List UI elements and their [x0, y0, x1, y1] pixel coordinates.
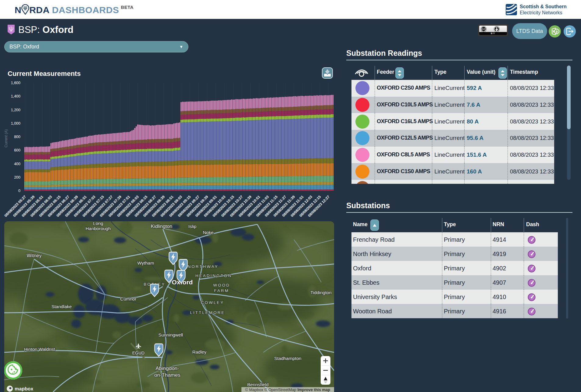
svg-text:Stadhampton: Stadhampton	[274, 356, 301, 361]
svg-text:Noke: Noke	[203, 230, 213, 235]
svg-text:Islip: Islip	[188, 224, 197, 229]
svg-text:1,200: 1,200	[11, 108, 20, 112]
svg-text:WOOD: WOOD	[213, 283, 230, 287]
svg-text:on-Thames: on-Thames	[154, 372, 180, 378]
svg-text:Long: Long	[93, 221, 103, 226]
svg-text:Hinton Waldrist: Hinton Waldrist	[24, 347, 55, 352]
svg-text:mapbox: mapbox	[15, 386, 33, 391]
svg-text:NORTHWAY: NORTHWAY	[188, 264, 219, 269]
svg-text:LITTLEMORE: LITTLEMORE	[190, 310, 225, 315]
svg-text:Wytham: Wytham	[137, 260, 154, 265]
svg-text:Standlake: Standlake	[52, 304, 72, 309]
svg-text:Kidlington: Kidlington	[151, 224, 172, 229]
svg-text:400: 400	[14, 162, 20, 166]
svg-text:© Mapbox © OpenStreetMap Impro: © Mapbox © OpenStreetMap Improve this ma…	[245, 387, 330, 392]
svg-text:1,000: 1,000	[11, 121, 20, 126]
svg-text:Tiddington: Tiddington	[310, 290, 332, 295]
svg-text:Current (A): Current (A)	[4, 129, 8, 147]
svg-text:Berinsfield: Berinsfield	[247, 382, 269, 387]
svg-text:CC: CC	[482, 28, 485, 31]
svg-text:200: 200	[14, 175, 20, 180]
svg-text:Sunningwell: Sunningwell	[159, 332, 183, 337]
svg-text:Hanborough: Hanborough	[86, 226, 111, 231]
svg-text:Radley: Radley	[192, 349, 207, 355]
svg-text:1,400: 1,400	[11, 94, 20, 98]
svg-text:FARM: FARM	[214, 288, 229, 293]
svg-text:EGUD: EGUD	[132, 351, 144, 355]
svg-text:COWLEY: COWLEY	[201, 300, 224, 305]
svg-text:600: 600	[14, 148, 20, 152]
svg-text:Abingdon-: Abingdon-	[155, 365, 179, 371]
svg-text:0: 0	[18, 189, 20, 193]
svg-text:800: 800	[14, 135, 20, 139]
svg-text:Cumnor: Cumnor	[120, 296, 136, 301]
svg-text:HEADINGTON: HEADINGTON	[195, 273, 232, 278]
svg-text:1,600: 1,600	[11, 81, 20, 85]
svg-text:Witney: Witney	[27, 253, 42, 258]
